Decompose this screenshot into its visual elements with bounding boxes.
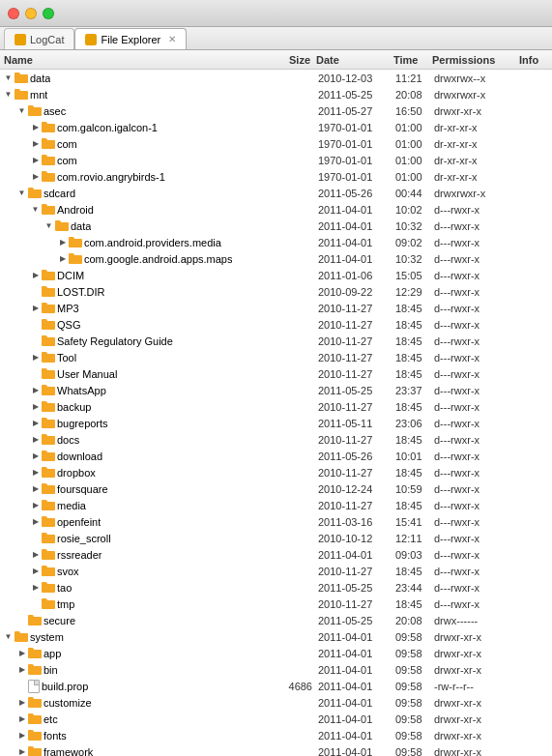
table-row[interactable]: DCIM2011-01-0615:05d---rwxr-x bbox=[0, 267, 552, 283]
expand-triangle[interactable] bbox=[31, 567, 40, 575]
file-time-cell: 18:45 bbox=[395, 598, 434, 610]
table-row[interactable]: mnt2011-05-2520:08drwxrwxr-x bbox=[0, 86, 552, 102]
expand-triangle[interactable] bbox=[31, 353, 40, 362]
table-row[interactable]: bugreports2011-05-1123:06d---rwxr-x bbox=[0, 415, 552, 431]
table-row[interactable]: WhatsApp2011-05-2523:37d---rwxr-x bbox=[0, 382, 552, 398]
close-button[interactable] bbox=[8, 8, 19, 19]
table-row[interactable]: secure2011-05-2520:08drwx------ bbox=[0, 612, 552, 628]
col-header-size[interactable]: Size bbox=[272, 54, 310, 66]
expand-triangle[interactable] bbox=[44, 221, 53, 230]
table-row[interactable]: tao2011-05-2523:44d---rwxr-x bbox=[0, 579, 552, 596]
file-name-label: MP3 bbox=[57, 303, 79, 314]
expand-triangle[interactable] bbox=[4, 90, 13, 99]
expand-triangle[interactable] bbox=[31, 435, 40, 444]
col-header-time[interactable]: Time bbox=[393, 54, 432, 66]
expand-triangle[interactable] bbox=[17, 189, 26, 197]
table-row[interactable]: fonts2011-04-0109:58drwxr-xr-x bbox=[0, 727, 552, 743]
expand-triangle[interactable] bbox=[4, 632, 13, 641]
table-row[interactable]: Safety Regulatory Guide2010-11-2718:45d-… bbox=[0, 333, 552, 349]
expand-triangle[interactable] bbox=[31, 205, 40, 214]
file-date-cell: 2011-05-26 bbox=[318, 188, 395, 199]
expand-triangle[interactable] bbox=[31, 172, 40, 181]
file-permissions-cell: d---rwxr-x bbox=[434, 253, 521, 265]
expand-triangle[interactable] bbox=[17, 731, 26, 740]
table-row[interactable]: backup2010-11-2718:45d---rwxr-x bbox=[0, 398, 552, 415]
expand-triangle[interactable] bbox=[31, 550, 40, 559]
expand-triangle[interactable] bbox=[31, 484, 40, 493]
table-row[interactable]: Android2011-04-0110:02d---rwxr-x bbox=[0, 201, 552, 218]
minimize-button[interactable] bbox=[25, 8, 37, 19]
table-row[interactable]: framework2011-04-0109:58drwxr-xr-x bbox=[0, 743, 552, 756]
file-name-label: com.android.providers.media bbox=[84, 237, 221, 248]
expand-triangle[interactable] bbox=[31, 583, 40, 592]
expand-triangle[interactable] bbox=[31, 517, 40, 526]
table-row[interactable]: asec2011-05-2716:50drwxr-xr-x bbox=[0, 102, 552, 119]
table-row[interactable]: com.rovio.angrybirds-11970-01-0101:00dr-… bbox=[0, 168, 552, 185]
expand-triangle[interactable] bbox=[4, 73, 13, 82]
table-row[interactable]: com1970-01-0101:00dr-xr-xr-x bbox=[0, 152, 552, 168]
table-row[interactable]: MP32010-11-2718:45d---rwxr-x bbox=[0, 300, 552, 316]
folder-icon bbox=[42, 434, 55, 445]
expand-triangle[interactable] bbox=[31, 304, 40, 312]
folder-icon bbox=[42, 516, 55, 527]
file-permissions-cell: d---rwxr-x bbox=[434, 319, 521, 331]
table-row[interactable]: app2011-04-0109:58drwxr-xr-x bbox=[0, 645, 552, 661]
table-row[interactable]: com1970-01-0101:00dr-xr-xr-x bbox=[0, 135, 552, 152]
table-row[interactable]: sdcard2011-05-2600:44drwxrwxr-x bbox=[0, 185, 552, 201]
table-row[interactable]: com.android.providers.media2011-04-0109:… bbox=[0, 234, 552, 250]
table-row[interactable]: com.google.android.apps.maps2011-04-0110… bbox=[0, 250, 552, 267]
table-row[interactable]: system2011-04-0109:58drwxr-xr-x bbox=[0, 628, 552, 645]
expand-triangle[interactable] bbox=[17, 747, 26, 756]
tab-fileexplorer[interactable]: File Explorer ✕ bbox=[74, 28, 187, 49]
table-row[interactable]: User Manual2010-11-2718:45d---rwxr-x bbox=[0, 365, 552, 382]
table-row[interactable]: svox2010-11-2718:45d---rwxr-x bbox=[0, 563, 552, 579]
table-row[interactable]: tmp2010-11-2718:45d---rwxr-x bbox=[0, 596, 552, 612]
table-row[interactable]: openfeint2011-03-1615:41d---rwxr-x bbox=[0, 513, 552, 530]
folder-icon bbox=[42, 582, 55, 593]
expand-triangle[interactable] bbox=[17, 665, 26, 674]
expand-triangle[interactable] bbox=[17, 649, 26, 657]
table-row[interactable]: rssreader2011-04-0109:03d---rwxr-x bbox=[0, 546, 552, 563]
tab-close-icon[interactable]: ✕ bbox=[168, 34, 176, 44]
expand-triangle[interactable] bbox=[31, 451, 40, 460]
expand-triangle[interactable] bbox=[31, 123, 40, 131]
expand-triangle[interactable] bbox=[31, 501, 40, 509]
folder-icon bbox=[42, 171, 55, 182]
table-row[interactable]: foursquare2010-12-2410:59d---rwxr-x bbox=[0, 480, 552, 497]
table-row[interactable]: etc2011-04-0109:58drwxr-xr-x bbox=[0, 711, 552, 727]
table-row[interactable]: dropbox2010-11-2718:45d---rwxr-x bbox=[0, 464, 552, 480]
expand-triangle[interactable] bbox=[31, 402, 40, 411]
expand-triangle[interactable] bbox=[31, 386, 40, 394]
table-row[interactable]: LOST.DIR2010-09-2212:29d---rwxr-x bbox=[0, 283, 552, 300]
table-row[interactable]: download2011-05-2610:01d---rwxr-x bbox=[0, 448, 552, 464]
table-row[interactable]: rosie_scroll2010-10-1212:11d---rwxr-x bbox=[0, 530, 552, 546]
table-row[interactable]: QSG2010-11-2718:45d---rwxr-x bbox=[0, 316, 552, 333]
col-header-permissions[interactable]: Permissions bbox=[432, 54, 519, 66]
expand-triangle[interactable] bbox=[58, 254, 67, 263]
table-row[interactable]: bin2011-04-0109:58drwxr-xr-x bbox=[0, 661, 552, 678]
table-row[interactable]: build.prop46862011-04-0109:58-rw-r--r-- bbox=[0, 678, 552, 694]
col-header-date[interactable]: Date bbox=[316, 54, 393, 66]
expand-triangle[interactable] bbox=[31, 139, 40, 148]
table-row[interactable]: customize2011-04-0109:58drwxr-xr-x bbox=[0, 694, 552, 711]
table-row[interactable]: data2011-04-0110:32d---rwxr-x bbox=[0, 218, 552, 234]
expand-triangle[interactable] bbox=[17, 106, 26, 115]
expand-triangle[interactable] bbox=[31, 468, 40, 477]
table-row[interactable]: data2010-12-0311:21drwxrwx--x bbox=[0, 70, 552, 86]
file-time-cell: 18:45 bbox=[395, 434, 434, 446]
col-header-info[interactable]: Info bbox=[519, 54, 548, 66]
table-row[interactable]: media2010-11-2718:45d---rwxr-x bbox=[0, 497, 552, 513]
expand-triangle[interactable] bbox=[17, 698, 26, 707]
expand-triangle[interactable] bbox=[58, 238, 67, 247]
maximize-button[interactable] bbox=[43, 8, 54, 19]
expand-triangle[interactable] bbox=[31, 156, 40, 164]
file-date-cell: 2010-10-12 bbox=[318, 533, 395, 544]
expand-triangle[interactable] bbox=[31, 419, 40, 427]
table-row[interactable]: com.galcon.igalcon-11970-01-0101:00dr-xr… bbox=[0, 119, 552, 135]
expand-triangle[interactable] bbox=[17, 714, 26, 723]
table-row[interactable]: Tool2010-11-2718:45d---rwxr-x bbox=[0, 349, 552, 365]
expand-triangle[interactable] bbox=[31, 271, 40, 279]
col-header-name[interactable]: Name bbox=[4, 54, 272, 66]
tab-logcat[interactable]: LogCat bbox=[4, 28, 74, 49]
table-row[interactable]: docs2010-11-2718:45d---rwxr-x bbox=[0, 431, 552, 448]
